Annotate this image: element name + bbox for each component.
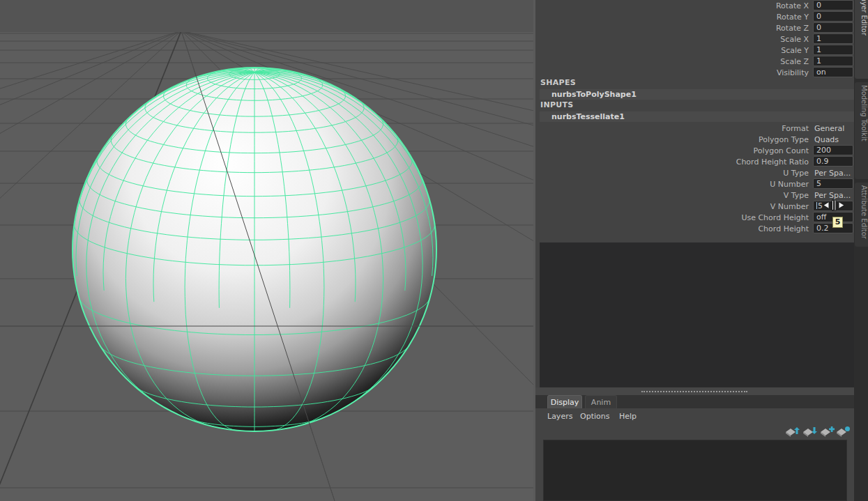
layer-editor-toolbar (535, 424, 854, 440)
side-tab-label: Attribute Editor (855, 183, 868, 247)
rotate-y-value[interactable]: 0 (813, 11, 853, 22)
scale-x-row: Scale X1 (535, 33, 854, 45)
chord-height-ratio-label: Chord Height Ratio (535, 157, 809, 167)
format-value[interactable]: General (814, 124, 844, 133)
use-chord-height-label: Use Chord Height (535, 213, 809, 222)
visibility-label: Visibility (535, 68, 809, 77)
rotate-z-label: Rotate Z (535, 24, 809, 33)
scale-x-label: Scale X (535, 35, 809, 44)
menu-options[interactable]: Options (580, 412, 609, 421)
splitter-handle-icon (641, 391, 747, 392)
polygon-type-value[interactable]: Quads (814, 135, 839, 144)
virtual-slider-cursor-icon (823, 199, 845, 213)
rotate-y-label: Rotate Y (535, 13, 809, 22)
scale-x-value[interactable]: 1 (813, 33, 853, 44)
viewport-3d[interactable] (0, 0, 535, 501)
input-node-label: nurbsTessellate1 (551, 112, 625, 121)
scale-z-row: Scale Z1 (535, 56, 854, 67)
sidebar-tab-strip: ayer EditorModeling ToolkitAttribute Edi… (854, 0, 868, 501)
menu-layers[interactable]: Layers (547, 412, 572, 421)
side-tab-label: Modeling Toolkit (855, 82, 868, 179)
u-number-value[interactable]: 5 (813, 178, 853, 189)
chord-height-label: Chord Height (535, 224, 809, 233)
value-tooltip: 5 (832, 217, 843, 228)
layer-move-down-icon[interactable] (802, 426, 817, 438)
channel-box-empty-area (540, 242, 854, 387)
visibility-row: Visibilityon (535, 67, 854, 78)
chord-height-ratio-row: Chord Height Ratio0.9 (535, 156, 854, 167)
scale-y-value[interactable]: 1 (813, 45, 853, 55)
layer-new-from-selected-icon[interactable] (836, 426, 851, 438)
layer-move-up-icon[interactable] (785, 426, 800, 438)
v-type-label: V Type (535, 191, 809, 200)
input-node-item[interactable]: nurbsTessellate1 (540, 111, 854, 122)
tab-display[interactable]: Display (547, 395, 582, 408)
rotate-x-row: Rotate X0 (535, 0, 854, 11)
shapes-section-header: SHAPES (540, 78, 576, 89)
rotate-x-label: Rotate X (535, 1, 809, 10)
text-caret (816, 202, 817, 209)
scale-y-row: Scale Y1 (535, 45, 854, 56)
chord-height-row: Chord Height0.2 (535, 223, 854, 234)
layers-list[interactable] (543, 440, 847, 501)
polygon-count-row: Polygon Count200 (535, 145, 854, 156)
side-tab-modeling-toolkit[interactable]: Modeling Toolkit (855, 82, 868, 179)
polygon-type-label: Polygon Type (535, 135, 809, 144)
side-tab-attribute-editor[interactable]: Attribute Editor (855, 183, 868, 247)
u-type-row: U TypePer Spa... (535, 167, 854, 178)
scale-y-label: Scale Y (535, 46, 809, 55)
format-row: FormatGeneral (535, 123, 854, 134)
polygon-count-label: Polygon Count (535, 146, 809, 155)
rotate-z-value[interactable]: 0 (813, 22, 853, 33)
inputs-section-header: INPUTS (540, 100, 574, 111)
layer-editor-splitter[interactable] (535, 387, 854, 395)
scale-z-label: Scale Z (535, 57, 809, 66)
u-number-label: U Number (535, 180, 809, 189)
tab-anim[interactable]: Anim (585, 395, 617, 408)
maya-window: Rotate X0Rotate Y0Rotate Z0Scale X1Scale… (0, 0, 868, 501)
rotate-y-row: Rotate Y0 (535, 11, 854, 22)
rotate-x-value[interactable]: 0 (813, 0, 853, 10)
scale-z-value[interactable]: 1 (813, 56, 853, 66)
layer-new-empty-icon[interactable] (820, 426, 835, 438)
polygon-count-value[interactable]: 200 (813, 145, 853, 155)
side-tab-label: ayer Editor (855, 0, 868, 79)
u-number-row: U Number5 (535, 178, 854, 190)
shape-node-label: nurbsToPolyShape1 (551, 90, 637, 99)
use-chord-height-row: Use Chord Heightoff (535, 212, 854, 223)
shape-node-item[interactable]: nurbsToPolyShape1 (540, 89, 854, 100)
chord-height-ratio-value[interactable]: 0.9 (813, 156, 853, 167)
v-number-row: V Number5 (535, 201, 854, 212)
polygon-type-row: Polygon TypeQuads (535, 134, 854, 145)
u-type-value[interactable]: Per Spa... (814, 169, 851, 178)
u-type-label: U Type (535, 169, 809, 178)
layer-editor-tabs: DisplayAnim (535, 395, 854, 408)
visibility-value[interactable]: on (813, 67, 853, 77)
side-tab-ayer-editor[interactable]: ayer Editor (855, 0, 868, 79)
menu-help[interactable]: Help (619, 412, 637, 421)
layer-editor-menubar: LayersOptionsHelp (535, 408, 854, 424)
format-label: Format (535, 124, 809, 133)
channel-box-panel: Rotate X0Rotate Y0Rotate Z0Scale X1Scale… (535, 0, 854, 501)
rotate-z-row: Rotate Z0 (535, 22, 854, 33)
v-type-row: V TypePer Spa... (535, 190, 854, 201)
v-number-label: V Number (535, 202, 809, 211)
